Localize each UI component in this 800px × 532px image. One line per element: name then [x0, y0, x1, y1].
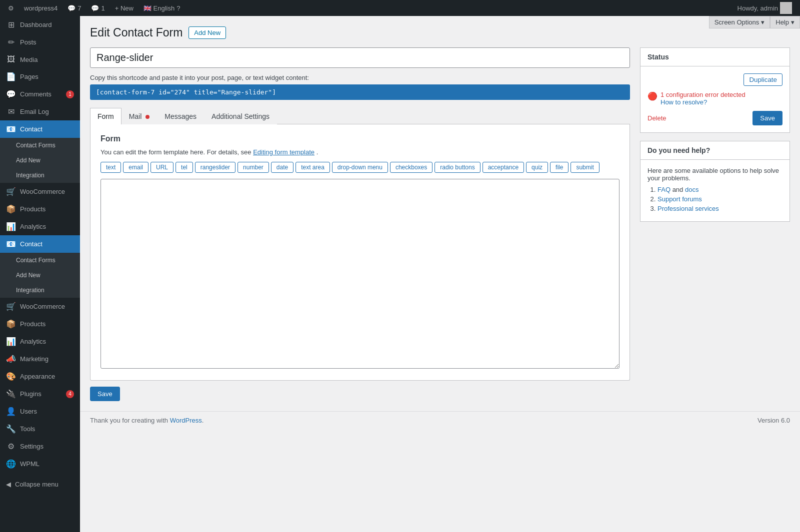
sidebar-item-analytics[interactable]: 📊 Analytics	[0, 218, 80, 235]
adminbar-language[interactable]: 🇬🇧 English ?	[140, 0, 184, 16]
analytics-icon: 📊	[6, 222, 16, 231]
help-box-title: Do you need help?	[640, 141, 790, 160]
add-new-button[interactable]: Add New	[188, 26, 226, 39]
adminbar-new[interactable]: + New	[111, 0, 138, 16]
tag-btn-checkboxes[interactable]: checkboxes	[390, 162, 432, 173]
main-content: Edit Contact Form Add New Copy this shor…	[80, 16, 800, 532]
tag-btn-number[interactable]: number	[238, 162, 269, 173]
chevron-down-icon-help: ▾	[791, 18, 794, 26]
tag-btn-file[interactable]: file	[550, 162, 568, 173]
sidebar-item-plugins[interactable]: 🔌 Plugins 4	[0, 385, 80, 403]
admin-avatar	[780, 2, 792, 14]
sidebar-item-settings[interactable]: ⚙ Settings	[0, 438, 80, 455]
shortcode-box[interactable]: [contact-form-7 id="274" title="Range-sl…	[90, 84, 630, 100]
sidebar-item-woocommerce[interactable]: 🛒 WooCommerce	[0, 183, 80, 200]
tag-btn-radio[interactable]: radio buttons	[434, 162, 480, 173]
submenu-contact-forms2[interactable]: Contact Forms	[0, 253, 80, 268]
page-wrap: Edit Contact Form Add New	[80, 16, 800, 39]
list-item: Professional services	[658, 205, 782, 212]
adminbar-right: Howdy, admin	[734, 0, 796, 16]
adminbar-site-name[interactable]: wordpress4	[20, 0, 62, 16]
sidebar-item-woocommerce2[interactable]: 🛒 WooCommerce	[0, 298, 80, 315]
sidebar-item-products[interactable]: 📦 Products	[0, 200, 80, 218]
tag-btn-quiz[interactable]: quiz	[526, 162, 548, 173]
editing-form-template-link[interactable]: Editing form template	[253, 148, 314, 156]
submenu-contact-forms[interactable]: Contact Forms	[0, 138, 80, 153]
screen-options-button[interactable]: Screen Options ▾	[709, 16, 770, 28]
adminbar-wp-logo[interactable]: ⚙	[4, 0, 18, 16]
tag-btn-acceptance[interactable]: acceptance	[482, 162, 524, 173]
sidebar-item-media[interactable]: 🖼 Media	[0, 51, 80, 68]
error-notice: 🔴 1 configuration error detected How to …	[648, 91, 782, 106]
tab-mail[interactable]: Mail	[122, 108, 158, 124]
tab-messages[interactable]: Messages	[157, 108, 204, 124]
sidebar-item-appearance[interactable]: 🎨 Appearance	[0, 368, 80, 385]
tab-content-form: Form You can edit the form template here…	[90, 124, 630, 381]
tag-btn-text[interactable]: text	[100, 162, 121, 173]
sidebar-item-analytics2[interactable]: 📊 Analytics	[0, 333, 80, 350]
tab-form[interactable]: Form	[90, 108, 122, 124]
users-icon: 👤	[6, 407, 16, 416]
help-description: Here are some available options to help …	[648, 167, 782, 182]
tag-btn-rangeslider[interactable]: rangeslider	[195, 162, 236, 173]
tag-btn-textarea[interactable]: text area	[296, 162, 330, 173]
dashboard-icon: ⊞	[6, 20, 16, 29]
content-sidebar: Status Duplicate 🔴 1 configuration error…	[640, 47, 790, 401]
save-bottom-area: Save	[90, 381, 630, 401]
resolve-link[interactable]: How to resolve?	[660, 98, 707, 106]
page-footer: Thank you for creating with WordPress. V…	[80, 411, 800, 429]
sidebar-item-contact[interactable]: 📧 Contact	[0, 120, 80, 138]
sidebar-item-products2[interactable]: 📦 Products	[0, 315, 80, 333]
media-icon: 🖼	[6, 55, 16, 64]
plugins-icon: 🔌	[6, 389, 16, 399]
sidebar-item-marketing[interactable]: 📣 Marketing	[0, 350, 80, 368]
help-button[interactable]: Help ▾	[770, 16, 800, 28]
professional-services-link[interactable]: Professional services	[658, 205, 719, 212]
wordpress-link[interactable]: WordPress	[170, 417, 202, 424]
duplicate-button[interactable]: Duplicate	[744, 73, 782, 86]
sidebar-item-contact2[interactable]: 📧 Contact	[0, 235, 80, 253]
contact-icon: 📧	[6, 124, 16, 134]
sidebar-item-comments[interactable]: 💬 Comments 1	[0, 85, 80, 103]
faq-link[interactable]: FAQ	[658, 186, 670, 193]
sidebar-item-pages[interactable]: 📄 Pages	[0, 68, 80, 85]
support-forums-link[interactable]: Support forums	[658, 195, 702, 203]
sidebar-item-tools[interactable]: 🔧 Tools	[0, 420, 80, 438]
adminbar-howdy[interactable]: Howdy, admin	[734, 0, 796, 16]
form-description: You can edit the form template here. For…	[100, 148, 620, 156]
admin-bar: ⚙ wordpress4 💬 7 💬 1 + New 🇬🇧 English ? …	[0, 0, 800, 16]
screen-meta-links: Screen Options ▾ Help ▾	[709, 16, 800, 28]
sidebar-item-wpml[interactable]: 🌐 WPML	[0, 455, 80, 473]
tab-additional-settings[interactable]: Additional Settings	[204, 108, 277, 124]
tag-btn-date[interactable]: date	[271, 162, 294, 173]
tag-btn-dropdown[interactable]: drop-down menu	[332, 162, 388, 173]
tools-icon: 🔧	[6, 424, 16, 434]
save-status-button[interactable]: Save	[752, 111, 782, 125]
adminbar-replies[interactable]: 💬 1	[87, 0, 108, 16]
status-actions: Delete Save	[648, 111, 782, 125]
sidebar-item-posts[interactable]: ✏ Posts	[0, 33, 80, 51]
sidebar-item-users[interactable]: 👤 Users	[0, 403, 80, 420]
delete-link[interactable]: Delete	[648, 114, 666, 122]
wp-logo-icon: ⚙	[8, 4, 14, 12]
tab-navigation: Form Mail Messages Additional Settings	[90, 108, 630, 124]
docs-link[interactable]: docs	[685, 186, 698, 193]
form-title-input[interactable]	[90, 47, 630, 68]
sidebar-item-dashboard[interactable]: ⊞ Dashboard	[0, 16, 80, 33]
form-editor-textarea[interactable]	[100, 179, 620, 369]
marketing-icon: 📣	[6, 354, 16, 364]
tag-btn-url[interactable]: URL	[150, 162, 174, 173]
collapse-menu-button[interactable]: ◀ Collapse menu	[0, 477, 80, 492]
submenu-add-new2[interactable]: Add New	[0, 268, 80, 283]
sidebar-item-email-log[interactable]: ✉ Email Log	[0, 103, 80, 120]
tag-btn-submit[interactable]: submit	[570, 162, 599, 173]
submenu-integration[interactable]: Integration	[0, 168, 80, 183]
submenu-integration2[interactable]: Integration	[0, 283, 80, 298]
submenu-add-new[interactable]: Add New	[0, 153, 80, 168]
tag-btn-tel[interactable]: tel	[176, 162, 193, 173]
save-bottom-button[interactable]: Save	[90, 387, 120, 401]
adminbar-comments[interactable]: 💬 7	[64, 0, 85, 16]
status-box-title: Status	[640, 48, 790, 66]
help-box: Do you need help? Here are some availabl…	[640, 141, 790, 222]
tag-btn-email[interactable]: email	[123, 162, 148, 173]
